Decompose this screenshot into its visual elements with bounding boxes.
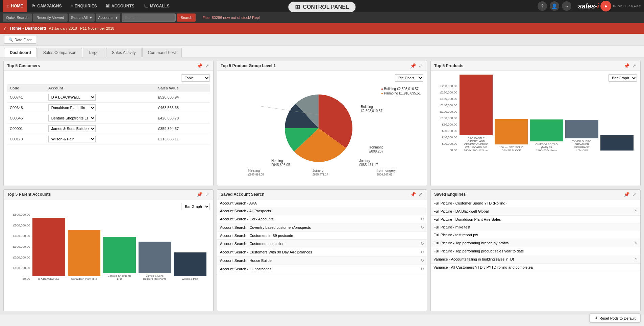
refresh-icon[interactable]: ↻ xyxy=(421,217,424,221)
pod-saved-search-pin-button[interactable]: 📌 xyxy=(410,192,417,197)
accounts-icon: 🏛 xyxy=(106,4,110,8)
refresh-icon[interactable]: ↻ xyxy=(634,209,638,214)
pod-product-group-expand-button[interactable]: ⤢ xyxy=(418,63,423,69)
list-item[interactable]: Full Picture - test report pw xyxy=(431,231,640,239)
refresh-icon[interactable]: ↻ xyxy=(421,258,424,263)
dashboard: Top 5 Customers 📌 ⤢ Table Bar Graph Pie … xyxy=(0,57,644,315)
table-row[interactable]: C00648 Donaldson Plant Hire £463,565.68 xyxy=(7,103,210,113)
bar-label: James & Sons Builders Merchants xyxy=(141,274,168,280)
recently-viewed-button[interactable]: Recently Viewed xyxy=(33,13,68,22)
list-item[interactable]: Full Picture - Customer Spend YTD (Rolli… xyxy=(431,199,640,207)
refresh-icon[interactable]: ↻ xyxy=(634,257,638,262)
list-item[interactable]: Account Search - Cork Accounts↻ xyxy=(217,215,427,223)
bar-group: D A BLACKWELL xyxy=(32,218,65,280)
table-row[interactable]: C00001 James & Sons Builders... £359,394… xyxy=(7,124,210,134)
customers-view-select[interactable]: Table Bar Graph Pie Chart xyxy=(181,74,210,82)
list-item[interactable]: Full Picture - DA Blackwell Global↻ xyxy=(431,207,640,216)
pod-products-expand-button[interactable]: ⤢ xyxy=(631,63,637,69)
list-item[interactable]: Account Search - AKA xyxy=(217,199,427,207)
table-row[interactable]: C00173 Wilson & Pain £213,883.11 xyxy=(7,134,210,144)
pie-chart: Building £2,503,010.57 Ironmongery £809,… xyxy=(221,84,423,172)
account-select[interactable]: Donaldson Plant Hire xyxy=(48,104,96,111)
table-row[interactable]: C00741 D A BLACKWELL £520,606.94 xyxy=(7,92,210,103)
pod-top5-product-group-title: Top 5 Product Group Level 1 xyxy=(221,63,276,68)
pod-top5-parent-accounts-body: Bar Graph Table Pie Chart £0.00£100,000.… xyxy=(4,199,213,311)
search-all-dropdown[interactable]: Search All ▼ xyxy=(69,13,95,22)
bar-group: Wilson & Pain xyxy=(174,252,206,280)
pod-parent-accounts-expand-button[interactable]: ⤢ xyxy=(204,192,210,197)
list-item[interactable]: Account Search - LL postcodes↻ xyxy=(217,265,427,273)
nav-home[interactable]: ⌂ HOME xyxy=(3,0,27,12)
nav-enquiries[interactable]: ≡ ENQUIRIES xyxy=(67,0,101,12)
bar xyxy=(495,119,528,144)
list-item[interactable]: Account Search - All Prospects xyxy=(217,207,427,215)
list-item[interactable]: Full Picture - mike test xyxy=(431,223,640,231)
pod-saved-search-expand-button[interactable]: ⤢ xyxy=(418,192,423,197)
account-select[interactable]: Bentalls Shopfronts LTD xyxy=(48,115,96,121)
pod-top5-customers-body: Table Bar Graph Pie Chart Code Account S… xyxy=(4,71,213,148)
enquiries-icon: ≡ xyxy=(71,4,73,8)
list-item[interactable]: Full Picture - Top performing product sa… xyxy=(431,247,640,255)
bar-label: Wilson & Pain xyxy=(182,277,199,280)
list-item[interactable]: Full Picture - Top performing branch by … xyxy=(431,239,640,247)
parent-accounts-view-select[interactable]: Bar Graph Table Pie Chart xyxy=(181,203,210,210)
pod-top5-product-group: Top 5 Product Group Level 1 📌 ⤢ Pie Char… xyxy=(217,61,427,186)
tab-dashboard[interactable]: Dashboard xyxy=(4,48,37,57)
nav-accounts[interactable]: 🏛 ACCOUNTS xyxy=(102,0,139,12)
pod-top5-customers: Top 5 Customers 📌 ⤢ Table Bar Graph Pie … xyxy=(3,61,214,186)
list-item[interactable]: Account Search - Customers With 90 Day A… xyxy=(217,248,427,256)
user-button[interactable]: 👤 xyxy=(550,1,559,11)
bar-group: TYVEK SUPRO BREATHER MEMBRANE 1.5Mx50M xyxy=(565,120,598,152)
products-view-select[interactable]: Bar Graph Table Pie Chart xyxy=(608,74,637,82)
search-submit-button[interactable]: Search xyxy=(177,13,196,22)
nav-campaigns-label: CAMPAIGNS xyxy=(37,4,61,8)
pod-saved-enquiries-expand-button[interactable]: ⤢ xyxy=(631,192,637,197)
quick-search-button[interactable]: Quick Search xyxy=(3,13,32,22)
campaigns-icon: ⚑ xyxy=(32,4,35,8)
list-item[interactable]: Account Search - Customers not called↻ xyxy=(217,240,427,248)
nav-mycalls[interactable]: 📞 MYCALLS xyxy=(139,0,174,12)
search-bar: Quick Search Recently Viewed Search All … xyxy=(0,12,644,23)
breadcrumb-home-icon: ⌂ xyxy=(4,25,7,31)
svg-text:£885,471.17: £885,471.17 xyxy=(359,163,378,167)
list-item[interactable]: Variance - All Customers YTD v PYTD roll… xyxy=(431,264,640,271)
logout-button[interactable]: → xyxy=(562,1,571,11)
refresh-icon[interactable]: ↻ xyxy=(421,241,424,246)
pod-saved-account-search-body: Account Search - AKAAccount Search - All… xyxy=(217,199,427,273)
tab-sales-comparison[interactable]: Sales Comparison xyxy=(38,48,82,57)
date-filter-button[interactable]: 🔍 Date Filter xyxy=(4,36,36,44)
refresh-icon[interactable]: ↻ xyxy=(421,267,424,271)
bar-label: 100mm STD SOLID DENSE BLOCK xyxy=(498,146,525,152)
pod-products-pin-button[interactable]: 📌 xyxy=(623,63,630,69)
tabs-bar: Dashboard Sales Comparison Target Sales … xyxy=(0,46,644,57)
list-item[interactable]: Account Search - Customers in B9 postcod… xyxy=(217,232,427,240)
account-select[interactable]: D A BLACKWELL xyxy=(48,94,96,101)
pod-customers-pin-button[interactable]: 📌 xyxy=(196,63,203,69)
account-select[interactable]: James & Sons Builders... xyxy=(48,125,96,132)
refresh-icon[interactable]: ↻ xyxy=(421,225,424,230)
pod-parent-accounts-pin-button[interactable]: 📌 xyxy=(196,192,203,197)
refresh-icon[interactable]: ↻ xyxy=(421,250,424,254)
pod-saved-enquiries-pin-button[interactable]: 📌 xyxy=(623,192,630,197)
pod-top5-product-group-body: Pie Chart Bar Graph Table xyxy=(217,71,427,180)
search-input[interactable] xyxy=(122,13,176,22)
tab-target[interactable]: Target xyxy=(83,48,105,57)
list-item[interactable]: Full Picture - Donaldson Plant Hire Sale… xyxy=(431,216,640,223)
account-select[interactable]: Wilson & Pain xyxy=(48,136,96,142)
reset-pods-button[interactable]: ↺ Reset Pods to Default xyxy=(589,314,641,315)
list-item[interactable]: Account Search - Coventry based customer… xyxy=(217,223,427,232)
help-button[interactable]: ? xyxy=(538,1,547,11)
pod-customers-expand-button[interactable]: ⤢ xyxy=(204,63,210,69)
tab-sales-activity[interactable]: Sales Activity xyxy=(106,48,142,57)
table-row[interactable]: C00645 Bentalls Shopfronts LTD £426,668.… xyxy=(7,113,210,124)
tab-command-post[interactable]: Command Post xyxy=(142,48,182,57)
product-group-view-select[interactable]: Pie Chart Bar Graph Table xyxy=(395,74,423,82)
grid-icon: ⊞ xyxy=(295,3,300,11)
list-item[interactable]: Variance - Accounts falling in building … xyxy=(431,255,640,264)
nav-campaigns[interactable]: ⚑ CAMPAIGNS xyxy=(28,0,66,12)
accounts-dropdown[interactable]: Accounts ▼ xyxy=(96,13,120,22)
list-item[interactable]: Account Search - House Builder↻ xyxy=(217,256,427,265)
enquiry-list: Full Picture - Customer Spend YTD (Rolli… xyxy=(431,199,640,271)
pod-product-group-pin-button[interactable]: 📌 xyxy=(410,63,417,69)
refresh-icon[interactable]: ↻ xyxy=(634,241,638,245)
